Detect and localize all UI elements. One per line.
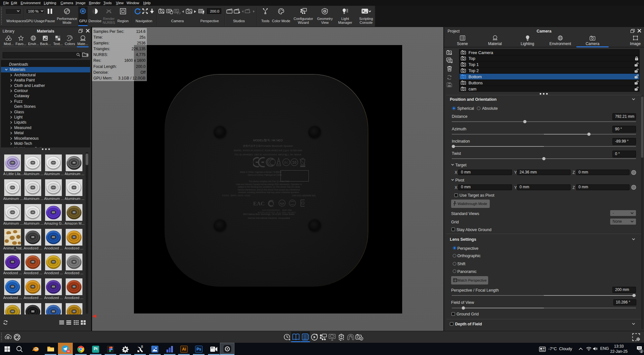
svg-text:P: P	[66, 10, 68, 13]
svg-text:10: 10	[292, 160, 297, 165]
svg-text:BC: BC	[284, 161, 289, 164]
svg-text:EAC: EAC	[253, 201, 265, 207]
